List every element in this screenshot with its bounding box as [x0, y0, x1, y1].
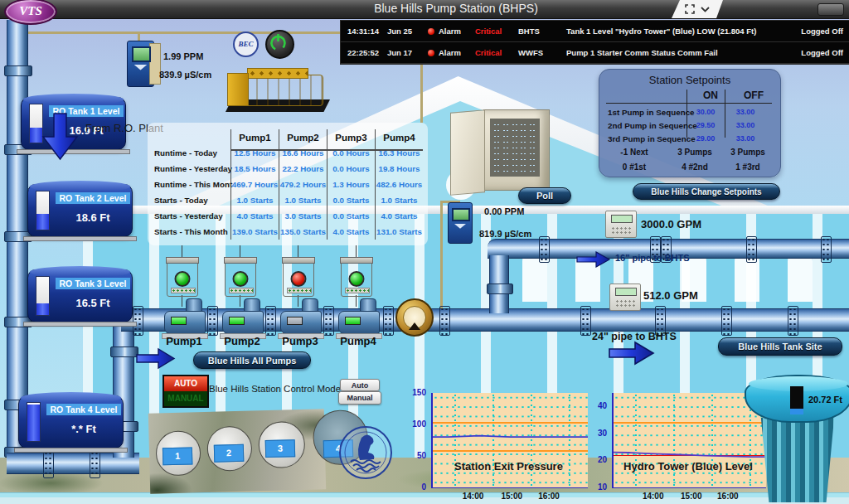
- pressure-gauge-icon: [395, 298, 434, 337]
- starter-terminals: [229, 288, 254, 293]
- tank-level-fill: [30, 128, 42, 143]
- all-pumps-button[interactable]: Blue Hills All Pumps: [193, 351, 311, 369]
- summary-item: -1 Next: [599, 148, 669, 157]
- pump-run-indicator: [287, 317, 303, 325]
- setpoint-label: 3rd Pump in Sequence: [608, 134, 696, 143]
- y-tick-label: 50: [410, 451, 426, 460]
- pump-label: Pump1: [155, 335, 213, 347]
- table-cell: 139.0 Starts: [230, 224, 279, 240]
- right-arrow-icon: [608, 340, 656, 366]
- pump-3-graphic[interactable]: [280, 298, 320, 337]
- table-cell: 18.5 Hours: [230, 161, 279, 177]
- setpoint-off-value[interactable]: 33.00: [725, 134, 766, 143]
- chevron-down-icon[interactable]: [701, 7, 710, 12]
- tank-level-value: *.* Ft: [46, 423, 121, 435]
- table-cell: 469.7 Hours: [230, 177, 279, 192]
- starter-green-light[interactable]: [349, 271, 365, 287]
- photo-tank-tag-1[interactable]: 1: [163, 447, 193, 465]
- pump-2-graphic[interactable]: [222, 298, 262, 337]
- tank-level-gauge: [36, 276, 50, 316]
- table-cell: 1.0 Starts: [230, 192, 279, 208]
- pump-1-graphic[interactable]: [164, 298, 204, 337]
- flow-meter-24in: [609, 284, 641, 311]
- table-cell: 1.3 Hours: [327, 177, 375, 192]
- setpoint-row: 3rd Pump in Sequence29.0033.00: [599, 134, 780, 147]
- change-setpoints-button[interactable]: Blue Hills Change Setpoints: [633, 183, 780, 200]
- table-cell: 4.0 Starts: [230, 208, 279, 224]
- table-cell: 16.6 Hours: [279, 145, 327, 161]
- setpoint-row: 1st Pump in Sequence30.0033.00: [599, 108, 780, 120]
- starter-red-light[interactable]: [291, 271, 307, 287]
- y-tick-label: 150: [410, 388, 426, 397]
- setpoint-off-value[interactable]: 33.00: [725, 121, 766, 129]
- alarm-row[interactable]: 14:31:14Jun 25AlarmCriticalBHTSTank 1 Le…: [341, 21, 849, 42]
- divider: [606, 103, 772, 104]
- alarm-time: 22:25:52: [341, 48, 387, 57]
- alarm-message: Pump 1 Starter Comm Status Comm Fail: [566, 48, 790, 57]
- alarm-station: BHTS: [518, 27, 566, 36]
- pump-run-indicator: [171, 317, 187, 325]
- chart-title: Hydro Tower (Blue) Level: [612, 460, 764, 472]
- setpoint-on-value[interactable]: 29.00: [686, 134, 725, 143]
- wsc-logo: [337, 424, 395, 482]
- titlebar-tools: [672, 0, 723, 18]
- x-tick-label: 14:00: [639, 492, 667, 501]
- control-mode-indicator: AUTO MANUAL: [163, 375, 209, 408]
- station-ppm: 0.00 PPM: [484, 206, 524, 216]
- alarm-time: 14:31:14: [341, 27, 387, 36]
- pump-4-graphic[interactable]: [338, 298, 378, 337]
- starter-terminals: [345, 288, 370, 293]
- setpoints-col-on: ON: [703, 90, 718, 101]
- starter-green-light[interactable]: [233, 271, 249, 287]
- fullscreen-icon[interactable]: [685, 4, 695, 14]
- flow-16-value: 3000.0 GPM: [641, 218, 701, 230]
- row-label: Starts - Today: [154, 192, 230, 208]
- alarm-user-status: Logged Off: [790, 48, 849, 57]
- x-tick-label: 15:00: [497, 492, 526, 501]
- pump-label: Pump3: [271, 335, 329, 347]
- tank-level-value: 18.6 Ft: [56, 211, 130, 224]
- photo-tank-tag-2[interactable]: 2: [214, 444, 245, 463]
- generator-radiator: [227, 73, 249, 106]
- chart-title: Station Exit Pressure: [431, 460, 586, 472]
- setpoint-on-value[interactable]: 29.50: [686, 121, 725, 129]
- starter-green-light[interactable]: [175, 271, 191, 287]
- alarm-severity: Critical: [475, 27, 518, 36]
- starter-terminals: [171, 288, 196, 293]
- power-button-icon[interactable]: [265, 30, 294, 59]
- tank-site-button[interactable]: Blue Hills Tank Site: [718, 337, 842, 356]
- x-tick-label: 16:00: [714, 492, 742, 501]
- control-mode-label: Blue Hills Station Control Mode: [209, 384, 341, 394]
- setpoints-summary-2: 0 #1st4 #2nd1 #3rd: [599, 162, 780, 172]
- row-label: Starts - Yesterday: [154, 208, 230, 224]
- setpoint-off-value[interactable]: 33.00: [725, 108, 766, 116]
- auto-button[interactable]: Auto: [340, 379, 380, 391]
- water-tower-gauge: [790, 386, 803, 414]
- y-tick-label: 100: [410, 419, 426, 429]
- table-cell: 12.5 Hours: [230, 145, 279, 161]
- row-label: Runtime - Today: [154, 145, 230, 161]
- water-tower-level-value: 20.72 Ft: [808, 395, 849, 405]
- table-cell: 0.0 Hours: [327, 161, 375, 177]
- pump-run-indicator: [345, 317, 361, 325]
- table-cell: 479.2 Hours: [279, 177, 327, 192]
- poll-button[interactable]: Poll: [518, 187, 571, 204]
- table-cell: 0.0 Hours: [327, 145, 375, 161]
- manual-button[interactable]: Manual: [338, 391, 381, 405]
- minimize-button[interactable]: [817, 3, 844, 16]
- table-cell: 0.0 Starts: [327, 192, 375, 208]
- row-label: Runtime - This Mont: [154, 177, 230, 192]
- setpoint-on-value[interactable]: 30.00: [686, 108, 725, 116]
- tank-level-value: 16.5 Ft: [56, 297, 130, 309]
- alarm-date: Jun 25: [387, 27, 424, 36]
- tank-label: RO Tank 2 Level: [56, 192, 130, 204]
- alarm-row[interactable]: 22:25:52Jun 17AlarmCriticalWWFSPump 1 St…: [341, 42, 849, 64]
- table-cell: 22.2 Hours: [279, 161, 327, 177]
- chart-plot-area: [612, 393, 766, 488]
- table-cell: 482.6 Hours: [375, 177, 423, 192]
- pump-label: Pump2: [213, 335, 271, 347]
- right-arrow-icon: [576, 251, 611, 268]
- tank-label: RO Tank 3 Level: [56, 278, 130, 289]
- photo-tank-tag-3[interactable]: 3: [265, 439, 296, 458]
- alarm-severity: Critical: [475, 48, 518, 57]
